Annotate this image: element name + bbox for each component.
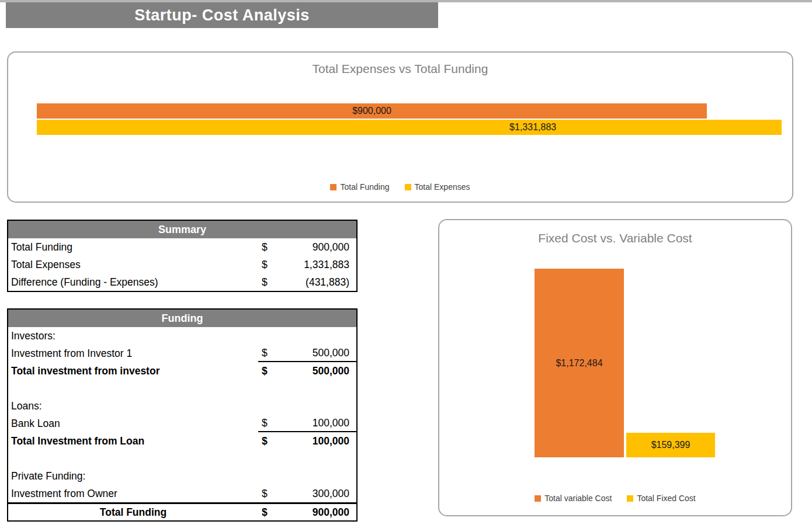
fixed-vs-variable-chart[interactable]: Fixed Cost vs. Variable Cost $1,172,484 …	[438, 219, 792, 516]
legend-item-total-variable-cost[interactable]: Total variable Cost	[535, 494, 612, 503]
table-row-loans-heading: Loans:	[8, 397, 356, 415]
chart-title: Fixed Cost vs. Variable Cost	[439, 231, 791, 245]
funding-table-header[interactable]: Funding	[8, 310, 356, 327]
total-expenses-bar-label: $1,331,883	[509, 122, 556, 133]
legend-item-total-funding[interactable]: Total Funding	[330, 182, 389, 192]
table-row-total-funding: Total Funding $ 900,000	[8, 238, 356, 256]
table-row-total-investment-investor: Total investment from investor $ 500,000	[8, 362, 356, 380]
yellow-swatch-icon	[627, 495, 633, 502]
funding-table: Funding Investors: Investment from Inves…	[7, 308, 358, 522]
orange-swatch-icon	[535, 495, 541, 502]
chart-legend: Total variable Cost Total Fixed Cost	[439, 494, 791, 503]
total-funding-bar[interactable]: $900,000	[37, 103, 707, 119]
table-row-difference: Difference (Funding - Expenses) $ (431,8…	[8, 273, 356, 291]
total-fixed-cost-label: $159,399	[651, 440, 690, 450]
chart-legend: Total Funding Total Expenses	[8, 182, 792, 192]
dashboard-title-bar: Startup- Cost Analysis	[6, 2, 438, 28]
table-row-bank-loan: Bank Loan $ 100,000	[8, 415, 356, 432]
table-row-total-investment-loan: Total Investment from Loan $ 100,000	[8, 432, 356, 450]
dashboard-title: Startup- Cost Analysis	[134, 6, 310, 25]
summary-table-header[interactable]: Summary	[8, 221, 356, 238]
table-row-total-expenses: Total Expenses $ 1,331,883	[8, 256, 356, 273]
total-variable-cost-label: $1,172,484	[556, 358, 602, 369]
summary-table: Summary Total Funding $ 900,000 Total Ex…	[7, 220, 358, 292]
total-funding-bar-label: $900,000	[352, 106, 391, 116]
chart-title: Total Expenses vs Total Funding	[8, 62, 792, 76]
table-row-investment-investor-1: Investment from Investor 1 $ 500,000	[8, 345, 356, 362]
orange-swatch-icon	[330, 184, 336, 190]
table-row-blank	[8, 380, 356, 397]
table-row-investment-owner: Investment from Owner $ 300,000	[8, 485, 356, 502]
table-row-blank	[8, 450, 356, 467]
table-row-private-funding-heading: Private Funding:	[8, 467, 356, 485]
yellow-swatch-icon	[405, 184, 411, 190]
total-variable-cost-column[interactable]: $1,172,484	[535, 269, 624, 457]
expenses-vs-funding-chart[interactable]: Total Expenses vs Total Funding $900,000…	[7, 51, 793, 203]
table-row-total-funding: Total Funding $ 900,000	[8, 502, 356, 520]
legend-item-total-fixed-cost[interactable]: Total Fixed Cost	[627, 494, 695, 503]
legend-item-total-expenses[interactable]: Total Expenses	[405, 182, 470, 192]
table-row-investors-heading: Investors:	[8, 327, 356, 345]
total-expenses-bar[interactable]: $1,331,883	[37, 120, 782, 135]
total-fixed-cost-column[interactable]: $159,399	[626, 433, 715, 457]
